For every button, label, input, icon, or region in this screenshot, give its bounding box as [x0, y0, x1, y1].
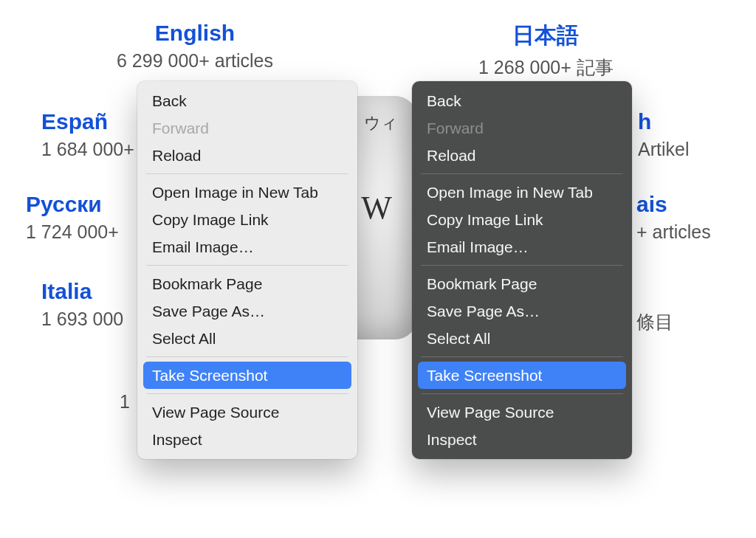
- menu-separator: [421, 265, 623, 266]
- menu-item-copy-image-link[interactable]: Copy Image Link: [412, 206, 632, 233]
- menu-separator: [146, 265, 348, 266]
- lang-name: ais: [636, 192, 711, 217]
- menu-item-select-all[interactable]: Select All: [412, 325, 632, 352]
- context-menu-light: Back Forward Reload Open Image in New Ta…: [137, 81, 357, 459]
- menu-separator: [146, 356, 348, 357]
- menu-item-view-source[interactable]: View Page Source: [412, 399, 632, 426]
- menu-separator: [421, 393, 623, 394]
- lang-portuguese-partial: 1: [120, 391, 130, 413]
- lang-chinese-partial[interactable]: 條目: [636, 310, 673, 334]
- menu-item-bookmark-page[interactable]: Bookmark Page: [412, 270, 632, 297]
- menu-separator: [146, 393, 348, 394]
- menu-item-inspect[interactable]: Inspect: [137, 426, 357, 453]
- menu-separator: [421, 173, 623, 174]
- menu-item-copy-image-link[interactable]: Copy Image Link: [137, 206, 357, 233]
- context-menu-dark: Back Forward Reload Open Image in New Ta…: [412, 81, 632, 459]
- globe-kana: ウィ: [364, 112, 398, 134]
- lang-german-partial[interactable]: h Artikel: [638, 109, 689, 160]
- lang-sub: Artikel: [638, 139, 689, 160]
- lang-name: Русски: [26, 192, 119, 217]
- lang-sub: 1 268 000+ 記事: [478, 55, 614, 80]
- menu-item-email-image[interactable]: Email Image…: [412, 233, 632, 261]
- menu-item-back[interactable]: Back: [412, 87, 632, 114]
- menu-item-take-screenshot[interactable]: Take Screenshot: [143, 362, 351, 389]
- menu-item-forward: Forward: [137, 114, 357, 142]
- language-grid: English 6 299 000+ articles 日本語 1 268 00…: [0, 0, 756, 538]
- lang-french-partial[interactable]: ais + articles: [636, 192, 711, 243]
- lang-japanese[interactable]: 日本語 1 268 000+ 記事: [478, 21, 614, 80]
- menu-item-reload[interactable]: Reload: [137, 142, 357, 169]
- lang-russian[interactable]: Русски 1 724 000+: [26, 192, 119, 243]
- lang-sub: 1 684 000+: [41, 139, 134, 160]
- menu-item-open-image[interactable]: Open Image in New Tab: [137, 179, 357, 206]
- menu-item-select-all[interactable]: Select All: [137, 325, 357, 352]
- lang-name: Italia: [41, 279, 123, 304]
- lang-spanish[interactable]: Españ 1 684 000+: [41, 109, 134, 160]
- menu-item-email-image[interactable]: Email Image…: [137, 233, 357, 261]
- lang-name: Españ: [41, 109, 134, 134]
- lang-sub: 條目: [636, 311, 673, 332]
- lang-sub: 1 724 000+: [26, 221, 119, 243]
- menu-item-save-page-as[interactable]: Save Page As…: [412, 297, 632, 325]
- lang-sub: 6 299 000+ articles: [117, 50, 273, 72]
- menu-item-inspect[interactable]: Inspect: [412, 426, 632, 453]
- menu-item-save-page-as[interactable]: Save Page As…: [137, 297, 357, 325]
- lang-name: 日本語: [478, 21, 614, 51]
- menu-item-back[interactable]: Back: [137, 87, 357, 114]
- menu-item-reload[interactable]: Reload: [412, 142, 632, 169]
- menu-separator: [146, 173, 348, 174]
- menu-item-take-screenshot[interactable]: Take Screenshot: [418, 362, 626, 389]
- lang-sub: 1 693 000: [41, 308, 123, 330]
- lang-sub: 1: [120, 391, 130, 412]
- lang-english[interactable]: English 6 299 000+ articles: [117, 21, 273, 72]
- lang-italian[interactable]: Italia 1 693 000: [41, 279, 123, 330]
- lang-sub: + articles: [636, 221, 711, 243]
- lang-name: h: [638, 109, 689, 134]
- menu-separator: [421, 356, 623, 357]
- menu-item-forward: Forward: [412, 114, 632, 142]
- menu-item-bookmark-page[interactable]: Bookmark Page: [137, 270, 357, 297]
- lang-name: English: [117, 21, 273, 46]
- menu-item-view-source[interactable]: View Page Source: [137, 399, 357, 426]
- menu-item-open-image[interactable]: Open Image in New Tab: [412, 179, 632, 206]
- globe-letter: W: [361, 189, 392, 227]
